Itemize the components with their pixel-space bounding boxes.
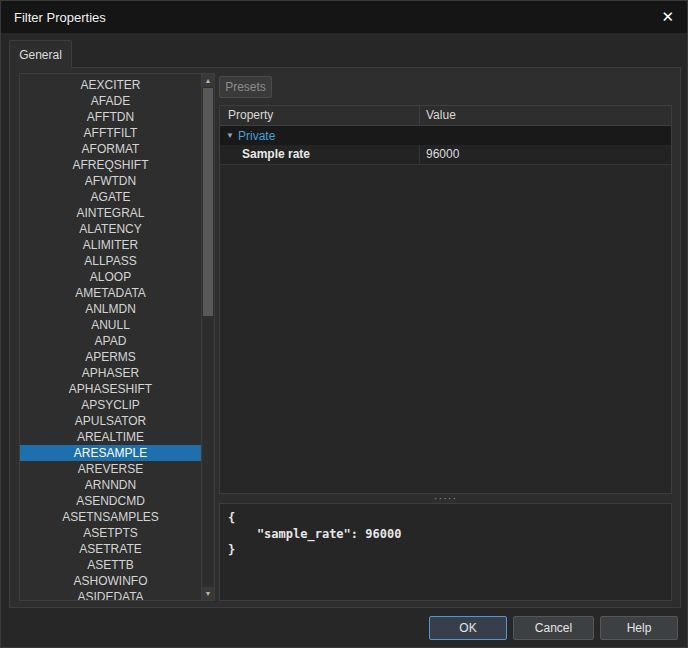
filter-list-items: AEXCITERAFADEAFFTDNAFFTFILTAFORMATAFREQS… xyxy=(20,74,201,600)
filter-list-item[interactable]: AINTEGRAL xyxy=(20,205,201,221)
json-preview[interactable]: { "sample_rate": 96000 } xyxy=(219,503,672,601)
splitter-handle[interactable]: ····· xyxy=(219,495,672,503)
filter-list: AEXCITERAFADEAFFTDNAFFTFILTAFORMATAFREQS… xyxy=(19,73,215,601)
filter-list-item[interactable]: ASETNSAMPLES xyxy=(20,509,201,525)
property-name: Sample rate xyxy=(220,145,420,164)
filter-list-item[interactable]: ALOOP xyxy=(20,269,201,285)
filter-properties-dialog: Filter Properties ✕ General AEXCITERAFAD… xyxy=(0,0,688,648)
column-header-property[interactable]: Property xyxy=(220,106,420,125)
filter-list-item[interactable]: AFFTDN xyxy=(20,109,201,125)
collapse-arrow-icon[interactable]: ▼ xyxy=(226,131,238,140)
tab-general-label: General xyxy=(19,48,62,62)
filter-list-scrollbar[interactable]: ▲ ▼ xyxy=(201,74,214,600)
filter-list-item[interactable]: AEXCITER xyxy=(20,77,201,93)
scroll-down-icon[interactable]: ▼ xyxy=(202,587,214,600)
filter-list-item[interactable]: ASIDEDATA xyxy=(20,589,201,600)
column-header-value[interactable]: Value xyxy=(420,106,671,125)
titlebar[interactable]: Filter Properties ✕ xyxy=(1,1,687,33)
filter-list-item[interactable]: AGATE xyxy=(20,189,201,205)
cancel-button[interactable]: Cancel xyxy=(513,616,594,640)
filter-list-item[interactable]: ALATENCY xyxy=(20,221,201,237)
presets-button[interactable]: Presets xyxy=(219,76,272,98)
scroll-up-icon[interactable]: ▲ xyxy=(202,74,214,87)
dialog-button-row: OK Cancel Help xyxy=(429,616,678,640)
property-group-row[interactable]: ▼ Private xyxy=(220,126,671,145)
filter-list-item[interactable]: ASETTB xyxy=(20,557,201,573)
filter-list-item[interactable]: ASETPTS xyxy=(20,525,201,541)
ok-button[interactable]: OK xyxy=(429,616,507,640)
close-icon[interactable]: ✕ xyxy=(661,1,674,33)
filter-list-item[interactable]: ASETRATE xyxy=(20,541,201,557)
filter-list-item[interactable]: APULSATOR xyxy=(20,413,201,429)
property-value[interactable]: 96000 xyxy=(420,145,671,164)
tab-general[interactable]: General xyxy=(9,40,72,68)
help-button[interactable]: Help xyxy=(600,616,678,640)
scrollbar-thumb[interactable] xyxy=(203,88,213,316)
tab-content-frame: AEXCITERAFADEAFFTDNAFFTFILTAFORMATAFREQS… xyxy=(9,67,681,608)
filter-list-item[interactable]: AMETADATA xyxy=(20,285,201,301)
filter-list-item[interactable]: ASENDCMD xyxy=(20,493,201,509)
filter-list-item[interactable]: AFREQSHIFT xyxy=(20,157,201,173)
filter-list-item[interactable]: APHASER xyxy=(20,365,201,381)
filter-list-item[interactable]: APAD xyxy=(20,333,201,349)
property-table: Property Value ▼ Private Sample rate 960… xyxy=(219,105,672,494)
filter-list-item[interactable]: AREALTIME xyxy=(20,429,201,445)
filter-list-item[interactable]: AFFTFILT xyxy=(20,125,201,141)
filter-list-item[interactable]: AFORMAT xyxy=(20,141,201,157)
filter-list-item[interactable]: ARESAMPLE xyxy=(20,445,201,461)
property-table-header: Property Value xyxy=(220,106,671,126)
filter-list-item[interactable]: ALLPASS xyxy=(20,253,201,269)
property-row-sample-rate[interactable]: Sample rate 96000 xyxy=(220,145,671,165)
filter-list-item[interactable]: ANULL xyxy=(20,317,201,333)
filter-list-item[interactable]: ALIMITER xyxy=(20,237,201,253)
filter-list-item[interactable]: AREVERSE xyxy=(20,461,201,477)
filter-list-item[interactable]: ARNNDN xyxy=(20,477,201,493)
filter-list-item[interactable]: AFWTDN xyxy=(20,173,201,189)
filter-list-item[interactable]: ASHOWINFO xyxy=(20,573,201,589)
filter-list-item[interactable]: AFADE xyxy=(20,93,201,109)
property-group-label: Private xyxy=(238,129,275,143)
filter-list-item[interactable]: APHASESHIFT xyxy=(20,381,201,397)
window-title: Filter Properties xyxy=(1,10,106,25)
filter-list-item[interactable]: APERMS xyxy=(20,349,201,365)
filter-list-item[interactable]: ANLMDN xyxy=(20,301,201,317)
filter-list-item[interactable]: APSYCLIP xyxy=(20,397,201,413)
